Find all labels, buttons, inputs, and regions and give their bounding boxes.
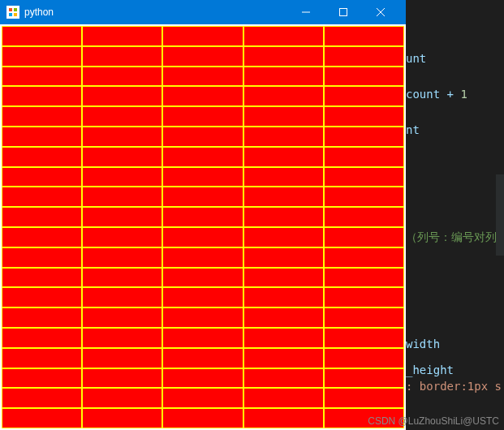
grid-cell <box>82 368 162 389</box>
grid-cell <box>82 167 162 187</box>
grid-cell <box>243 207 324 227</box>
grid-cell <box>324 187 404 207</box>
grid-cell <box>2 86 82 106</box>
grid-cell <box>162 46 243 67</box>
svg-rect-2 <box>9 13 12 16</box>
grid-cell <box>243 26 324 46</box>
grid-cell <box>243 368 324 389</box>
grid-cell <box>243 106 324 127</box>
grid-cell <box>82 247 162 268</box>
grid-cell <box>243 167 324 187</box>
grid-cell <box>2 408 82 428</box>
grid-cell <box>324 227 404 247</box>
grid-cell <box>82 227 162 247</box>
grid-cell <box>243 86 324 106</box>
grid-cell <box>82 348 162 368</box>
grid-cell <box>243 287 324 307</box>
grid-cell <box>324 207 404 227</box>
grid-cell <box>82 408 162 428</box>
grid-cell <box>162 408 243 428</box>
grid-cell <box>243 348 324 368</box>
grid-cell <box>82 287 162 307</box>
grid-cell <box>324 307 404 328</box>
grid-cell <box>2 368 82 389</box>
grid-cell <box>162 127 243 147</box>
svg-rect-3 <box>14 13 17 16</box>
code-number: 1 <box>460 88 467 101</box>
grid-cell <box>162 187 243 207</box>
grid-cell <box>82 67 162 87</box>
grid-cell <box>2 26 82 46</box>
grid-cell <box>162 368 243 389</box>
app-window: python <box>0 0 406 430</box>
titlebar[interactable]: python <box>0 0 406 24</box>
code-fragment: nt <box>406 123 420 136</box>
grid-cell <box>243 247 324 268</box>
editor-minimap[interactable] <box>496 174 504 256</box>
grid-cell <box>324 348 404 368</box>
grid-cell <box>2 187 82 207</box>
grid-cell <box>82 207 162 227</box>
grid-cell <box>324 328 404 348</box>
grid-cell <box>162 287 243 307</box>
grid-cell <box>162 227 243 247</box>
grid-cell <box>324 167 404 187</box>
svg-rect-0 <box>9 8 12 11</box>
grid-cell <box>2 268 82 288</box>
grid-cell <box>2 328 82 348</box>
grid-cell <box>82 127 162 147</box>
grid-cell <box>162 247 243 268</box>
grid-cell <box>82 147 162 167</box>
grid-cell <box>2 46 82 67</box>
grid-cell <box>82 46 162 67</box>
grid-cell <box>2 147 82 167</box>
code-comment: （列号：编号对列数取 <box>406 230 504 243</box>
grid-cell <box>82 307 162 328</box>
grid-cell <box>162 106 243 127</box>
grid-cell <box>82 328 162 348</box>
grid-cell <box>243 328 324 348</box>
grid-cell <box>243 388 324 408</box>
code-fragment: unt <box>406 52 426 65</box>
grid <box>2 26 404 428</box>
grid-cell <box>82 268 162 288</box>
grid-cell <box>162 167 243 187</box>
grid-cell <box>243 268 324 288</box>
grid-cell <box>2 207 82 227</box>
window-title: python <box>24 6 287 18</box>
grid-cell <box>243 46 324 67</box>
grid-cell <box>243 147 324 167</box>
grid-cell <box>243 187 324 207</box>
grid-cell <box>2 388 82 408</box>
grid-container <box>0 24 406 430</box>
grid-cell <box>243 67 324 87</box>
svg-rect-1 <box>14 8 17 11</box>
grid-cell <box>2 106 82 127</box>
grid-cell <box>324 247 404 268</box>
grid-cell <box>2 287 82 307</box>
code-fragment: _height <box>406 363 454 376</box>
grid-cell <box>324 46 404 67</box>
grid-cell <box>162 26 243 46</box>
grid-cell <box>2 348 82 368</box>
close-button[interactable] <box>362 0 399 24</box>
grid-cell <box>243 307 324 328</box>
grid-cell <box>2 307 82 328</box>
minimize-button[interactable] <box>287 0 325 24</box>
grid-cell <box>82 388 162 408</box>
grid-cell <box>82 26 162 46</box>
grid-cell <box>82 106 162 127</box>
grid-cell <box>324 127 404 147</box>
grid-cell <box>162 147 243 167</box>
grid-cell <box>2 127 82 147</box>
grid-cell <box>162 268 243 288</box>
grid-cell <box>324 106 404 127</box>
grid-cell <box>324 287 404 307</box>
watermark: CSDN @LuZhouShiLi@USTC <box>368 415 499 427</box>
code-fragment: count + <box>406 88 460 101</box>
grid-cell <box>162 207 243 227</box>
app-icon <box>6 6 19 19</box>
maximize-button[interactable] <box>325 0 362 24</box>
grid-cell <box>162 348 243 368</box>
grid-cell <box>324 67 404 87</box>
